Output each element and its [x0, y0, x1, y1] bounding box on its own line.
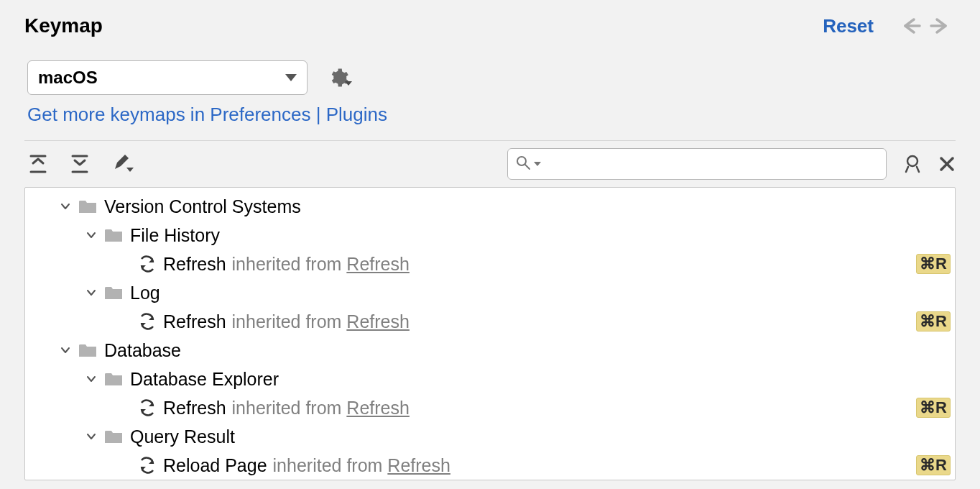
shortcut-badge: ⌘R — [916, 398, 951, 418]
dropdown-triangle-icon — [285, 74, 297, 81]
tree-action-refresh[interactable]: Refresh inherited from Refresh ⌘R — [25, 307, 955, 336]
chevron-down-icon — [60, 344, 71, 356]
inherited-link[interactable]: Refresh — [346, 311, 410, 332]
refresh-icon — [139, 457, 156, 474]
shortcut-badge: ⌘R — [916, 455, 951, 475]
chevron-down-icon — [85, 229, 97, 241]
forward-arrow-icon[interactable] — [930, 17, 951, 35]
tree-action-refresh[interactable]: Refresh inherited from Refresh ⌘R — [25, 250, 955, 278]
folder-icon — [78, 342, 97, 358]
svg-point-8 — [907, 156, 917, 166]
inherited-text: inherited from Refresh — [232, 398, 410, 419]
reset-button[interactable]: Reset — [823, 15, 874, 37]
refresh-icon — [139, 399, 156, 416]
inherited-text: inherited from Refresh — [232, 311, 410, 332]
tree-action-reload-page[interactable]: Reload Page inherited from Refresh ⌘R — [25, 451, 955, 480]
edit-icon[interactable] — [112, 153, 134, 175]
tree-label: Version Control Systems — [104, 196, 301, 217]
refresh-icon — [139, 313, 156, 330]
back-arrow-icon[interactable] — [900, 17, 921, 35]
tree-node-db-explorer[interactable]: Database Explorer — [25, 365, 955, 393]
search-icon — [515, 155, 532, 173]
collapse-all-icon[interactable] — [70, 154, 89, 174]
tree-action-label: Refresh — [163, 311, 226, 332]
svg-line-7 — [525, 165, 530, 169]
chevron-down-icon — [85, 287, 97, 298]
shortcut-badge: ⌘R — [916, 254, 951, 274]
refresh-icon — [139, 255, 156, 273]
gear-icon[interactable] — [328, 67, 352, 88]
shortcut-badge: ⌘R — [916, 311, 951, 332]
expand-all-icon[interactable] — [29, 154, 47, 174]
tree-action-label: Refresh — [163, 398, 226, 419]
tree-node-vcs[interactable]: Version Control Systems — [25, 192, 955, 221]
tree-label: Database — [104, 340, 181, 361]
tree-action-label: Refresh — [163, 254, 226, 275]
folder-icon — [104, 371, 123, 387]
folder-icon — [104, 429, 123, 444]
keymap-select-value: macOS — [38, 68, 98, 88]
tree-action-label: Reload Page — [163, 455, 267, 476]
tree-label: Query Result — [130, 426, 235, 447]
inherited-link[interactable]: Refresh — [346, 254, 410, 274]
inherited-link[interactable]: Refresh — [387, 455, 450, 475]
folder-icon — [104, 285, 123, 301]
folder-icon — [104, 227, 123, 243]
search-options-triangle-icon[interactable] — [534, 162, 541, 166]
chevron-down-icon — [85, 431, 97, 442]
tree-label: File History — [130, 225, 220, 246]
tree-node-query-result[interactable]: Query Result — [25, 422, 955, 451]
inherited-link[interactable]: Refresh — [346, 398, 410, 418]
search-input-container[interactable] — [507, 148, 887, 180]
keymap-tree: Version Control Systems File History Ref… — [24, 187, 956, 480]
folder-icon — [78, 198, 97, 214]
inherited-text: inherited from Refresh — [273, 455, 450, 476]
tree-label: Log — [130, 283, 160, 303]
tree-node-database[interactable]: Database — [25, 336, 955, 365]
svg-line-9 — [906, 167, 908, 172]
find-shortcut-icon[interactable] — [902, 154, 923, 174]
chevron-down-icon — [60, 201, 71, 212]
tree-node-file-history[interactable]: File History — [25, 221, 955, 250]
keymap-select[interactable]: macOS — [27, 60, 308, 95]
close-icon[interactable] — [938, 155, 956, 173]
search-input[interactable] — [541, 155, 879, 173]
get-more-keymaps-link[interactable]: Get more keymaps in Preferences | Plugin… — [0, 95, 980, 140]
svg-point-6 — [517, 157, 526, 165]
chevron-down-icon — [85, 373, 97, 385]
tree-action-refresh[interactable]: Refresh inherited from Refresh ⌘R — [25, 393, 955, 422]
svg-line-10 — [917, 167, 919, 172]
inherited-text: inherited from Refresh — [232, 254, 410, 275]
tree-node-log[interactable]: Log — [25, 278, 955, 307]
page-title: Keymap — [24, 14, 103, 37]
tree-label: Database Explorer — [130, 369, 279, 390]
